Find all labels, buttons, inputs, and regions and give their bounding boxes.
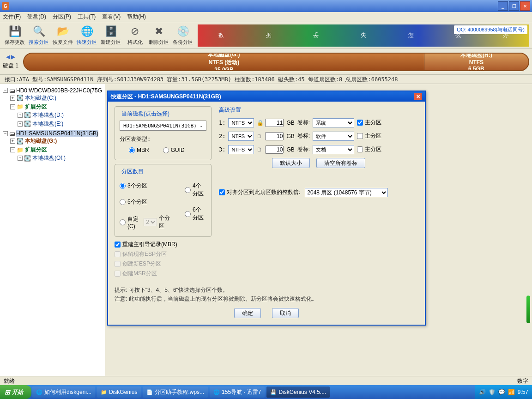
task-item[interactable]: 📄 分区助手教程.wps... [143,387,208,398]
task-item[interactable]: 🌐 155导航 - 迅雷7 [210,387,265,398]
primary-checkbox[interactable]: 主分区 [357,119,381,127]
radio-guid[interactable]: GUID [163,147,185,153]
partition-g[interactable]: 本地磁盘(G:)NTFS (活动)25.0GB [24,54,424,70]
fs-select[interactable]: NTFS [228,145,254,154]
tb-quick[interactable]: 🌐快速分区 [75,25,99,46]
toolbar: 💾保存更改 🔍搜索分区 📂恢复文件 🌐快速分区 🗄️新建分区 ⊘格式化 ✖删除分… [0,22,532,49]
primary-checkbox[interactable]: 主分区 [357,132,381,140]
tree-hd0[interactable]: HD0:WDCWD800BB-22JHC0(75G [16,87,102,94]
app-logo-icon: G [2,2,9,10]
nav-fwd-icon[interactable]: ▶ [11,54,15,60]
statusbar: 就绪 数字 [0,376,532,385]
radio-custom[interactable]: 自定(C): 2 个分区 [120,214,171,230]
menu-help[interactable]: 帮助(H) [127,13,146,21]
start-button[interactable]: ⊞ 开始 [0,385,31,399]
lock-icon[interactable]: 🗋 [257,146,262,153]
radio-6parts[interactable]: 6个分区 [185,206,206,222]
tree-hd1[interactable]: HD1:SAMSUNGSP0411N(31GB) [16,130,98,137]
tray-icon[interactable]: 🔊 [479,389,486,395]
tb-new[interactable]: 🗄️新建分区 [99,25,123,46]
chk-msr: 创建MSR分区 [115,270,212,278]
tb-delete[interactable]: ✖删除分区 [147,25,171,46]
radio-3parts[interactable]: 3个分区 [120,182,171,190]
task-item[interactable]: 🌐 如何利用diskgeni... [32,387,95,398]
size-input[interactable] [265,132,284,140]
vollabel-select[interactable]: 系统 [313,118,354,127]
radio-4parts[interactable]: 4个分区 [185,182,206,198]
dialog-titlebar[interactable]: 快速分区 - HD1:SAMSUNGSP0411N(31GB) ✕ [108,91,425,102]
menu-view[interactable]: 查看(V) [102,13,121,21]
tray-icon[interactable]: 📶 [508,389,515,395]
task-item[interactable]: 📁 DiskGenius [97,387,141,398]
minimize-button[interactable]: _ [498,1,508,11]
tb-backup[interactable]: 💿备份分区 [171,25,195,46]
tb-format[interactable]: ⊘格式化 [123,25,147,46]
ok-button[interactable]: 确定 [234,308,261,318]
dialog-close-button[interactable]: ✕ [414,93,422,100]
size-input[interactable] [265,119,284,127]
tb-search[interactable]: 🔍搜索分区 [27,25,51,46]
tree-c[interactable]: 本地磁盘(C:) [25,94,56,102]
disk-bar[interactable]: 本地磁盘(G:)NTFS (活动)25.0GB 本地磁盘(H:)NTFS6.5G… [23,53,529,71]
chk-rebuild-mbr[interactable]: 重建主引导记录(MBR) [115,241,212,248]
recover-icon: 📂 [56,25,69,38]
search-icon: 🔍 [32,25,45,38]
ad-qq: QQ: 4000089958(与电话同号) [454,25,527,34]
primary-checkbox[interactable]: 主分区 [357,145,381,153]
tb-recover[interactable]: 📂恢复文件 [51,25,75,46]
vollabel-select[interactable]: 文档 [313,145,354,154]
tray-icon[interactable]: 💬 [498,389,505,395]
menu-partition[interactable]: 分区(P) [53,13,71,21]
disk-info-line: 接口:ATA 型号:SAMSUNGSP0411N 序列号:S01JJ30W974… [0,75,532,84]
chk-keep-esp: 保留现有ESP分区 [115,250,212,258]
nav-back-icon[interactable]: ◀ [6,54,10,60]
default-size-button[interactable]: 默认大小 [272,158,310,168]
dialog-title: 快速分区 - HD1:SAMSUNGSP0411N(31GB) [111,93,221,101]
tree-panel: −🖴 HD0:WDCWD800BB-22JHC0(75G +💽 本地磁盘(C:)… [0,84,105,380]
disk-select-button[interactable]: HD1:SAMSUNGSP0411N(31GB) - [120,121,206,131]
hint2: 注意: 此功能执行后，当前磁盘上的现有分区将被删除。新分区将会被快速格式化。 [115,295,418,303]
align-select[interactable]: 2048 扇区 (1048576 字节) [305,188,388,197]
tree-of[interactable]: 本地磁盘(Of:) [32,154,66,162]
menubar: 文件(F) 硬盘(D) 分区(P) 工具(T) 查看(V) 帮助(H) [0,12,532,22]
tree-ext0[interactable]: 扩展分区 [25,103,47,111]
expand-icon[interactable]: − [3,88,8,93]
lock-icon[interactable]: 🔒 [257,120,262,126]
chk-align[interactable]: 对齐分区到此扇区数的整数倍: [219,188,300,196]
radio-5parts[interactable]: 5个分区 [120,198,171,206]
status-left: 就绪 [4,377,15,384]
size-input[interactable] [265,145,284,154]
delete-icon: ✖ [152,25,165,38]
tray-clock[interactable]: 9:57 [518,389,528,395]
scroll-thumb[interactable] [526,296,530,323]
partition-count-fieldset: 分区数目 3个分区 5个分区 自定(C): 2 个分区 4个分区 6个分区 [115,164,212,237]
tree-ext1[interactable]: 扩展分区 [25,146,47,154]
maximize-button[interactable]: ❐ [509,1,519,11]
clear-labels-button[interactable]: 清空所有卷标 [316,158,365,168]
system-tray[interactable]: 🔊 🛡️ 💬 📶 9:57 [475,385,532,399]
fs-select[interactable]: NTFS [228,118,254,127]
chk-new-esp: 创建新ESP分区 [115,260,212,268]
close-button[interactable]: ✕ [520,1,530,11]
tree-d[interactable]: 本地磁盘(D:) [32,111,64,119]
ad-banner[interactable]: 数据丢失怎么办 QQ: 4000089958(与电话同号) [198,24,529,47]
current-disk-fieldset: 当前磁盘(点击选择) HD1:SAMSUNGSP0411N(31GB) - 分区… [115,106,212,160]
fs-select[interactable]: NTFS [228,132,254,141]
disk-bar-row: ◀ ▶ 硬盘 1 本地磁盘(G:)NTFS (活动)25.0GB 本地磁盘(H:… [0,49,532,75]
lock-icon[interactable]: 🗋 [257,133,262,139]
menu-tools[interactable]: 工具(T) [78,13,96,21]
backup-icon: 💿 [176,25,189,38]
partition-h[interactable]: 本地磁盘(H:)NTFS6.5GB [424,54,528,70]
cancel-button[interactable]: 取消 [272,308,299,318]
task-item[interactable]: 💾 DiskGenius V4.5.... [266,387,330,398]
tray-icon[interactable]: 🛡️ [489,389,496,395]
disk-label: 硬盘 1 [3,62,18,70]
tree-e[interactable]: 本地磁盘(E:) [32,120,63,128]
vollabel-select[interactable]: 软件 [313,132,354,141]
ptype-label: 分区表类型: [120,135,206,143]
tb-save[interactable]: 💾保存更改 [3,25,27,46]
menu-file[interactable]: 文件(F) [3,13,21,21]
radio-mbr[interactable]: MBR [129,147,149,153]
tree-g[interactable]: 本地磁盘(G:) [25,137,57,145]
menu-disk[interactable]: 硬盘(D) [27,13,46,21]
